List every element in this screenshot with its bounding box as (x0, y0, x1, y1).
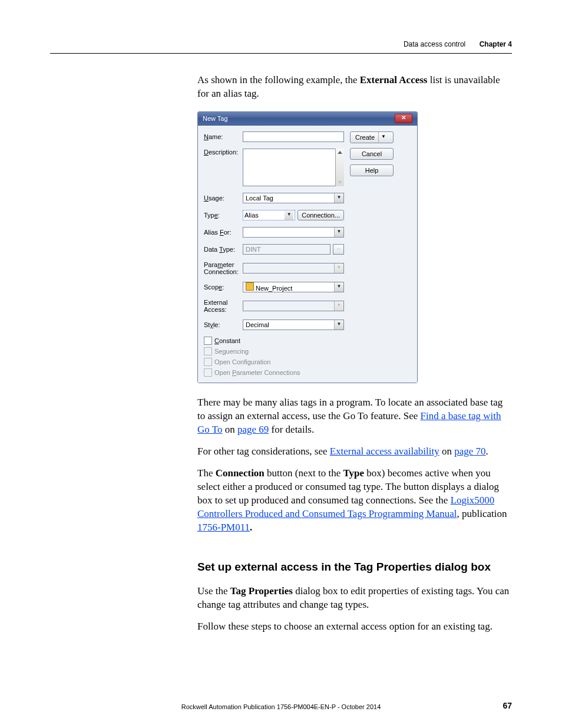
connection-paragraph: The Connection button (next to the Type … (197, 467, 512, 535)
datatype-label: Data Type: (204, 246, 243, 253)
datatype-input[interactable] (243, 244, 330, 255)
paramconn-combo: ▼ (243, 263, 344, 274)
description-label: Description: (204, 149, 243, 156)
chevron-down-icon: ▼ (334, 320, 343, 330)
openparam-checkbox-label: Open Parameter Connections (214, 369, 300, 376)
style-combo[interactable]: Decimal ▼ (243, 319, 344, 330)
chevron-down-icon: ▼ (285, 210, 293, 220)
considerations-paragraph: For other tag considerations, see Extern… (197, 445, 512, 459)
section-name: Data access control (404, 40, 465, 48)
chevron-down-icon: ▼ (334, 228, 343, 237)
intro-paragraph: As shown in the following example, the E… (197, 74, 512, 101)
scope-combo[interactable]: New_Project ▼ (243, 282, 344, 292)
publication-link[interactable]: 1756-PM011 (197, 522, 250, 533)
constant-checkbox[interactable] (204, 337, 212, 345)
chevron-down-icon: ▼ (378, 132, 388, 143)
page-header: Data access control Chapter 4 (404, 40, 512, 48)
description-textarea[interactable] (243, 149, 344, 186)
chapter-label: Chapter 4 (480, 40, 512, 48)
openparam-checkbox (204, 368, 212, 377)
name-label: Name: (204, 133, 243, 140)
type-combo[interactable]: Alias ▼ (243, 210, 295, 220)
usage-combo[interactable]: Local Tag ▼ (243, 193, 344, 203)
steps-paragraph: Follow these steps to choose an external… (197, 620, 512, 634)
opencfg-checkbox (204, 358, 212, 366)
aliasfor-combo[interactable]: ▼ (243, 227, 344, 238)
extaccess-avail-link[interactable]: External access availability (330, 446, 439, 457)
chevron-down-icon: ▼ (334, 263, 343, 273)
aliasfor-label: Alias For: (204, 229, 243, 236)
sequencing-checkbox (204, 347, 212, 355)
scope-label: Scope: (204, 284, 243, 291)
header-rule (50, 53, 512, 54)
alias-paragraph: There may be many alias tags in a progra… (197, 396, 512, 437)
page70-link[interactable]: page 70 (454, 446, 485, 457)
extaccess-combo: ▼ (243, 301, 344, 311)
help-button[interactable]: Help (350, 164, 394, 176)
chevron-down-icon: ▼ (334, 301, 343, 311)
create-button[interactable]: Create ▼ (350, 131, 394, 143)
tagprops-paragraph: Use the Tag Properties dialog box to edi… (197, 585, 512, 612)
dialog-titlebar: New Tag ✕ (198, 112, 417, 126)
footer-text: Rockwell Automation Publication 1756-PM0… (181, 703, 381, 710)
usage-label: Usage: (204, 195, 243, 202)
textarea-scrollbar[interactable] (335, 149, 344, 186)
page-number: 67 (503, 701, 512, 710)
new-tag-dialog: New Tag ✕ Name: Description: (197, 111, 418, 383)
chevron-down-icon: ▼ (334, 193, 343, 203)
dialog-title-text: New Tag (203, 112, 228, 125)
sequencing-checkbox-label: Sequencing (214, 348, 249, 355)
type-label: Type: (204, 212, 243, 219)
section-heading: Set up external access in the Tag Proper… (197, 559, 512, 575)
close-icon[interactable]: ✕ (395, 114, 412, 123)
page69-link[interactable]: page 69 (237, 424, 269, 435)
paramconn-label: Parameter Connection: (204, 261, 243, 275)
browse-button[interactable]: ... (333, 244, 344, 255)
extaccess-label: External Access: (204, 299, 243, 313)
opencfg-checkbox-label: Open Configuration (214, 358, 270, 365)
style-label: Style: (204, 321, 243, 328)
name-input[interactable] (243, 131, 344, 142)
connection-button[interactable]: Connection... (297, 210, 344, 220)
page-footer: Rockwell Automation Publication 1756-PM0… (50, 703, 512, 710)
constant-checkbox-label: Constant (214, 337, 240, 344)
chevron-down-icon: ▼ (334, 282, 343, 292)
cancel-button[interactable]: Cancel (350, 148, 394, 160)
project-icon (246, 282, 254, 291)
